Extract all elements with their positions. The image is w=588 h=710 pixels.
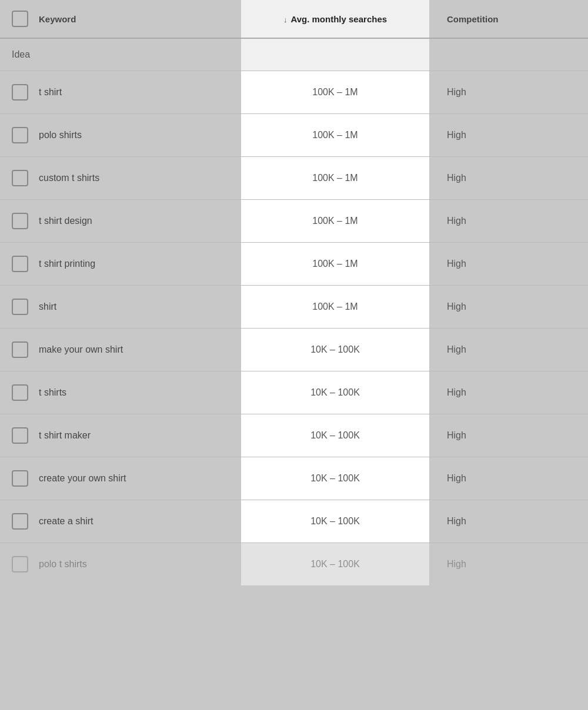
searches-cell: 10K – 100K <box>310 516 360 527</box>
table-row: shirt 100K – 1M High <box>0 286 588 329</box>
competition-column-header: Competition <box>429 0 588 38</box>
competition-cell: High <box>447 302 466 312</box>
searches-column-header[interactable]: ↓Avg. monthly searches <box>241 0 429 38</box>
table-row: t shirt 100K – 1M High <box>0 71 588 114</box>
competition-cell: High <box>447 430 466 441</box>
keyword-cell: t shirt maker <box>39 430 91 441</box>
searches-cell: 10K – 100K <box>310 387 360 398</box>
keyword-column-header: Keyword <box>39 14 76 24</box>
keyword-cell: create your own shirt <box>39 473 126 484</box>
competition-cell: High <box>447 344 466 355</box>
row-checkbox[interactable] <box>12 299 28 315</box>
row-checkbox[interactable] <box>12 170 28 186</box>
competition-cell: High <box>447 559 466 570</box>
searches-cell: 100K – 1M <box>312 87 358 98</box>
keyword-cell: polo t shirts <box>39 559 87 570</box>
table-row: make your own shirt 10K – 100K High <box>0 329 588 371</box>
keyword-cell: make your own shirt <box>39 344 123 355</box>
row-checkbox[interactable] <box>12 341 28 358</box>
row-checkbox[interactable] <box>12 384 28 401</box>
row-checkbox[interactable] <box>12 84 28 101</box>
keyword-cell: t shirt design <box>39 216 92 226</box>
competition-cell: High <box>447 516 466 527</box>
idea-competition-cell <box>429 38 588 71</box>
keyword-cell: custom t shirts <box>39 173 99 183</box>
competition-cell: High <box>447 173 466 183</box>
row-checkbox[interactable] <box>12 513 28 530</box>
searches-cell: 100K – 1M <box>312 130 358 140</box>
row-checkbox[interactable] <box>12 556 28 572</box>
competition-cell: High <box>447 473 466 484</box>
keyword-cell: t shirts <box>39 387 66 398</box>
idea-label: Idea <box>12 49 30 59</box>
table-row: custom t shirts 100K – 1M High <box>0 157 588 200</box>
row-checkbox[interactable] <box>12 256 28 272</box>
table-row: polo shirts 100K – 1M High <box>0 114 588 157</box>
table-row: t shirt design 100K – 1M High <box>0 200 588 243</box>
searches-cell: 10K – 100K <box>310 344 360 355</box>
sort-arrow-icon: ↓ <box>283 15 288 24</box>
idea-section-row: Idea <box>0 38 588 71</box>
header-checkbox[interactable] <box>12 11 28 27</box>
searches-cell: 100K – 1M <box>312 173 358 183</box>
keyword-cell: t shirt <box>39 87 62 98</box>
table-header-row: Keyword ↓Avg. monthly searches Competiti… <box>0 0 588 38</box>
keyword-cell: polo shirts <box>39 130 82 140</box>
row-checkbox[interactable] <box>12 127 28 143</box>
table-row: t shirt printing 100K – 1M High <box>0 243 588 286</box>
idea-searches-cell <box>241 38 429 71</box>
table-row: t shirt maker 10K – 100K High <box>0 414 588 457</box>
searches-cell: 10K – 100K <box>310 473 360 484</box>
row-checkbox[interactable] <box>12 213 28 229</box>
table-row: t shirts 10K – 100K High <box>0 371 588 414</box>
keyword-cell: t shirt printing <box>39 259 95 269</box>
keyword-cell: shirt <box>39 302 56 312</box>
competition-cell: High <box>447 130 466 140</box>
searches-cell: 100K – 1M <box>312 216 358 226</box>
table-row: polo t shirts 10K – 100K High <box>0 543 588 586</box>
row-checkbox[interactable] <box>12 470 28 487</box>
row-checkbox[interactable] <box>12 427 28 444</box>
keyword-table: Keyword ↓Avg. monthly searches Competiti… <box>0 0 588 585</box>
competition-cell: High <box>447 216 466 226</box>
searches-cell: 10K – 100K <box>310 430 360 441</box>
table-row: create a shirt 10K – 100K High <box>0 500 588 543</box>
searches-cell: 100K – 1M <box>312 302 358 312</box>
searches-cell: 100K – 1M <box>312 259 358 269</box>
keyword-cell: create a shirt <box>39 516 93 527</box>
competition-cell: High <box>447 387 466 398</box>
competition-cell: High <box>447 259 466 269</box>
competition-cell: High <box>447 87 466 98</box>
table-container: Keyword ↓Avg. monthly searches Competiti… <box>0 0 588 710</box>
table-row: create your own shirt 10K – 100K High <box>0 457 588 500</box>
searches-cell: 10K – 100K <box>310 559 360 570</box>
